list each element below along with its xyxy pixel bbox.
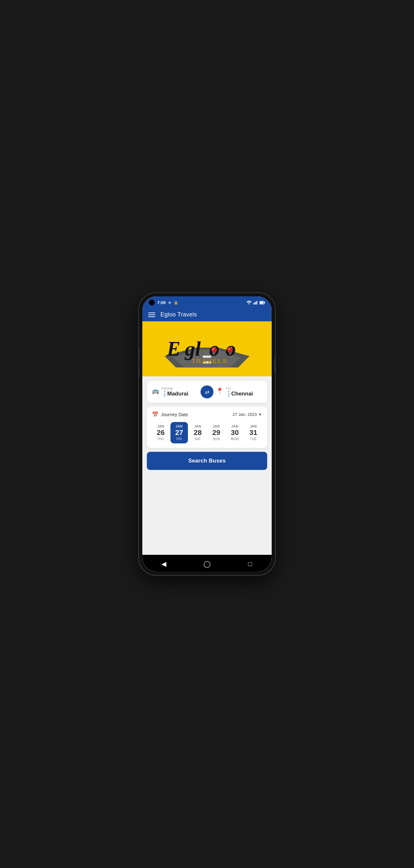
date-selector: JAN 26 THU JAN 27 FRI JAN 28 SAT JAN 29 … bbox=[152, 422, 262, 443]
svg-rect-3 bbox=[257, 301, 258, 305]
status-right-icons bbox=[246, 301, 265, 305]
from-dots: ⋮ bbox=[162, 391, 167, 397]
svg-rect-5 bbox=[260, 302, 264, 304]
date-num-27: 27 bbox=[175, 429, 183, 437]
to-label: To bbox=[226, 387, 253, 391]
swap-button[interactable]: ⇄ bbox=[201, 385, 213, 398]
home-button[interactable]: ◯ bbox=[201, 558, 213, 570]
selected-date-text: 27 Jan, 2023 bbox=[233, 412, 257, 417]
date-item-27[interactable]: JAN 27 FRI bbox=[170, 422, 187, 443]
from-city: Madurai bbox=[167, 391, 188, 397]
date-day-27: FRI bbox=[176, 437, 182, 441]
app-toolbar: Egloo Travels bbox=[142, 308, 272, 321]
phone-screen: 7:09 ⊕ 🔒 bbox=[142, 296, 272, 572]
camera-dot bbox=[149, 300, 154, 305]
to-city-wrapper: ⋮ Chennai bbox=[226, 391, 253, 397]
app-banner: E gl o o TRAVELS bbox=[142, 321, 272, 376]
svg-rect-6 bbox=[265, 302, 265, 303]
recents-button[interactable]: □ bbox=[244, 558, 256, 570]
svg-point-17 bbox=[227, 347, 233, 353]
journey-date-label: Journey Date bbox=[161, 412, 188, 417]
status-time: 7:09 bbox=[157, 300, 166, 305]
svg-text:gl: gl bbox=[184, 337, 201, 360]
status-left: 7:09 ⊕ 🔒 bbox=[149, 300, 178, 305]
svg-point-15 bbox=[212, 348, 214, 349]
svg-text:E: E bbox=[167, 337, 180, 360]
date-num-29: 29 bbox=[212, 429, 220, 437]
bus-icon: 🚌 bbox=[152, 388, 159, 395]
date-num-31: 31 bbox=[249, 429, 257, 437]
svg-point-18 bbox=[228, 348, 230, 349]
wifi-icon bbox=[246, 301, 252, 305]
to-side: 📍 To ⋮ Chennai bbox=[216, 387, 262, 397]
route-card: 🚌 From ⋮ Madurai ⇄ 📍 bbox=[147, 381, 267, 403]
spacer bbox=[147, 474, 267, 550]
date-month-30: JAN bbox=[231, 425, 238, 428]
calendar-icon: 📅 bbox=[152, 411, 159, 417]
to-city: Chennai bbox=[231, 391, 253, 397]
date-num-26: 26 bbox=[157, 429, 164, 437]
location-icon: 📍 bbox=[216, 388, 223, 395]
svg-rect-2 bbox=[256, 301, 257, 305]
main-content: 🚌 From ⋮ Madurai ⇄ 📍 bbox=[142, 376, 272, 555]
from-info: From ⋮ Madurai bbox=[162, 387, 188, 397]
date-day-29: SUN bbox=[213, 437, 220, 441]
selected-date-display[interactable]: 27 Jan, 2023 ▼ bbox=[233, 412, 262, 417]
volume-up-button bbox=[139, 348, 139, 361]
svg-text:TRAVELS: TRAVELS bbox=[192, 358, 228, 364]
date-card: 📅 Journey Date 27 Jan, 2023 ▼ JAN 26 THU… bbox=[147, 407, 267, 448]
date-month-29: JAN bbox=[213, 425, 220, 428]
date-item-30[interactable]: JAN 30 MON bbox=[226, 422, 243, 443]
svg-point-14 bbox=[211, 347, 217, 353]
date-month-28: JAN bbox=[195, 425, 202, 428]
svg-rect-0 bbox=[253, 303, 254, 305]
from-label: From bbox=[162, 387, 188, 391]
power-button bbox=[275, 358, 275, 374]
route-row: 🚌 From ⋮ Madurai ⇄ 📍 bbox=[152, 385, 262, 398]
bottom-nav: ◀ ◯ □ bbox=[142, 555, 272, 572]
date-month-31: JAN bbox=[250, 425, 257, 428]
menu-button[interactable] bbox=[148, 313, 155, 317]
back-button[interactable]: ◀ bbox=[158, 558, 170, 570]
to-dots: ⋮ bbox=[226, 391, 231, 397]
battery-icon bbox=[260, 301, 265, 305]
from-side: 🚌 From ⋮ Madurai bbox=[152, 387, 198, 397]
date-item-28[interactable]: JAN 28 SAT bbox=[189, 422, 206, 443]
date-item-29[interactable]: JAN 29 SUN bbox=[208, 422, 225, 443]
from-city-wrapper: ⋮ Madurai bbox=[162, 391, 188, 397]
chevron-down-icon: ▼ bbox=[258, 412, 262, 417]
egloo-logo: E gl o o TRAVELS bbox=[162, 330, 252, 368]
menu-line-1 bbox=[148, 313, 155, 313]
app-title: Egloo Travels bbox=[161, 311, 197, 318]
status-icon-2: 🔒 bbox=[174, 301, 178, 305]
date-month-27: JAN bbox=[176, 425, 183, 428]
volume-down-button bbox=[139, 364, 139, 377]
date-header: 📅 Journey Date 27 Jan, 2023 ▼ bbox=[152, 411, 262, 417]
status-bar: 7:09 ⊕ 🔒 bbox=[142, 296, 272, 308]
date-day-28: SAT bbox=[195, 437, 201, 441]
phone-frame: 7:09 ⊕ 🔒 bbox=[139, 293, 275, 575]
date-item-31[interactable]: JAN 31 TUE bbox=[245, 422, 262, 443]
menu-line-3 bbox=[148, 316, 155, 317]
date-day-31: TUE bbox=[250, 437, 257, 441]
date-month-26: JAN bbox=[157, 425, 164, 428]
signal-icon bbox=[253, 301, 258, 305]
date-day-26: THU bbox=[157, 437, 164, 441]
date-day-30: MON bbox=[231, 437, 239, 441]
menu-line-2 bbox=[148, 314, 155, 315]
date-item-26[interactable]: JAN 26 THU bbox=[152, 422, 169, 443]
date-num-30: 30 bbox=[231, 429, 239, 437]
search-buses-button[interactable]: Search Buses bbox=[147, 452, 267, 470]
status-icon-1: ⊕ bbox=[168, 301, 171, 305]
to-info: To ⋮ Chennai bbox=[226, 387, 253, 397]
date-num-28: 28 bbox=[194, 429, 202, 437]
date-header-left: 📅 Journey Date bbox=[152, 411, 188, 417]
svg-rect-1 bbox=[254, 302, 255, 305]
